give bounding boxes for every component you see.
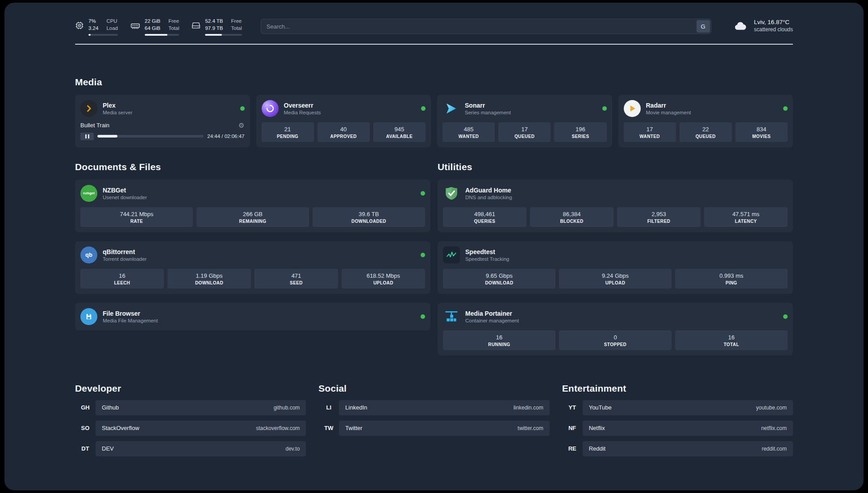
stat-value: 618.52 Mbps [343,272,423,279]
ram-monitor: 22 GiB Free 64 GiB Total [130,18,179,36]
app-name: qBittorrent [103,248,146,255]
app-card-qbittorrent[interactable]: qb qBittorrent Torrent downloader 16LEEC… [75,241,430,294]
bookmark-twitter[interactable]: TW Twittertwitter.com [318,421,549,436]
stat-value: 9.24 Gbps [561,272,670,279]
app-card-speedtest[interactable]: Speedtest Speedtest Tracking 9.65 GbpsDO… [438,241,793,294]
stat-label: WANTED [626,134,674,139]
stat-tile: 9.24 GbpsUPLOAD [559,269,672,288]
sonarr-icon [442,100,459,117]
bookmark-name: Github [102,404,119,411]
media-card-grid: Plex Media server Bullet Train ⚙ 24:44 /… [75,95,793,147]
app-desc: Container management [465,318,519,323]
stat-value: 498,461 [445,211,525,217]
bookmark-github[interactable]: GH Githubgithub.com [75,400,306,415]
pause-button[interactable] [80,133,94,140]
stat-tile: 40APPROVED [317,122,370,142]
disk-total-value: 97.9 TB [205,25,223,32]
bookmark-reddit[interactable]: RE Redditreddit.com [562,441,793,456]
bookmark-name: StackOverflow [102,425,139,431]
bookmark-url: stackoverflow.com [256,425,300,431]
stat-tile: 471SEED [255,269,338,288]
stat-label: PING [677,280,786,285]
search-engine-button[interactable]: G [697,20,710,33]
stat-tile: 16RUNNING [443,330,555,350]
bookmark-dev[interactable]: DT DEVdev.to [75,441,306,456]
stat-value: 17 [626,126,674,133]
section-title-documents: Documents & Files [75,162,430,172]
stat-label: QUEUED [500,134,549,139]
bookmark-url: netflix.com [761,425,787,431]
stat-value: 16 [82,272,162,279]
status-dot [421,314,425,319]
stat-value: 1.19 Gbps [169,272,249,279]
app-name: Speedtest [465,248,509,255]
stat-label: MOVIES [737,134,786,139]
now-playing-title: Bullet Train [80,122,109,129]
stat-tile: 21PENDING [262,122,314,142]
app-card-adguard[interactable]: AdGuard Home DNS and adblocking 498,461Q… [438,180,793,232]
bookmark-abbr: DT [75,445,96,452]
app-card-overseerr[interactable]: Overseerr Media Requests 21PENDING 40APP… [256,95,431,147]
status-dot [421,106,426,111]
search-input[interactable] [261,23,697,30]
playback-time: 24:44 / 02:06:47 [207,134,244,139]
app-desc: Media Requests [284,110,321,115]
stat-label: AVAILABLE [375,134,424,139]
app-desc: Media File Management [103,318,158,323]
app-desc: Movie management [646,110,691,115]
documents-column: Documents & Files nzbget NZBGet Usenet d… [75,162,430,355]
stat-label: SEED [256,280,336,285]
weather-widget: Lviv, 16.87°C scattered clouds [732,19,793,33]
bookmark-linkedin[interactable]: LI LinkedInlinkedin.com [318,400,549,415]
status-dot [421,191,425,196]
bookmark-name: Reddit [589,445,606,452]
stat-value: 834 [737,126,786,133]
app-card-filebrowser[interactable]: File Browser Media File Management [75,303,430,330]
stat-value: 16 [677,334,786,341]
app-card-portainer[interactable]: Media Portainer Container management 16R… [438,303,793,355]
stat-tile: 744.21 MbpsRATE [80,207,193,227]
stat-value: 196 [556,126,605,133]
cloud-icon [732,19,749,33]
stat-label: APPROVED [319,134,368,139]
bookmark-stackoverflow[interactable]: SO StackOverflowstackoverflow.com [75,421,306,436]
stat-tile: 618.52 MbpsUPLOAD [342,269,425,288]
stat-label: REMAINING [198,219,307,224]
section-title-media: Media [75,77,793,88]
stat-label: DOWNLOADED [314,219,423,224]
radarr-icon [624,100,641,117]
stat-value: 39.6 TB [314,211,423,217]
app-card-plex[interactable]: Plex Media server Bullet Train ⚙ 24:44 /… [75,95,250,147]
bookmark-abbr: GH [75,404,96,411]
app-desc: Series management [465,110,511,115]
overseerr-icon [262,100,279,117]
stat-label: LATENCY [706,219,786,224]
bookmark-url: linkedin.com [513,405,543,411]
gear-icon[interactable]: ⚙ [238,122,244,129]
portainer-icon [443,308,460,325]
bookmark-abbr: SO [75,425,96,431]
stat-label: PENDING [263,134,312,139]
stat-tile: 16TOTAL [675,330,788,350]
stat-tile: 22QUEUED [680,122,732,142]
bookmark-abbr: LI [318,404,339,411]
app-name: Media Portainer [465,310,519,317]
status-dot [421,253,425,257]
playback-progress-bar [97,135,204,138]
stat-tile: 1.19 GbpsDOWNLOAD [167,269,251,288]
app-desc: Usenet downloader [103,195,147,200]
weather-condition: scattered clouds [754,26,793,33]
stat-label: WANTED [444,134,493,139]
bookmark-abbr: YT [562,404,583,411]
app-card-nzbget[interactable]: nzbget NZBGet Usenet downloader 744.21 M… [75,180,430,232]
disk-free-value: 52.4 TB [205,18,223,25]
bookmark-abbr: TW [318,425,339,431]
app-card-sonarr[interactable]: Sonarr Series management 485WANTED 17QUE… [437,95,612,147]
bookmark-netflix[interactable]: NF Netflixnetflix.com [562,421,793,436]
app-card-radarr[interactable]: Radarr Movie management 17WANTED 22QUEUE… [618,95,793,147]
stat-tile: 0STOPPED [559,330,672,350]
stat-value: 9.65 Gbps [445,272,554,279]
app-name: NZBGet [103,187,147,194]
stat-label: BLOCKED [532,219,612,224]
bookmark-youtube[interactable]: YT YouTubeyoutube.com [562,400,793,415]
